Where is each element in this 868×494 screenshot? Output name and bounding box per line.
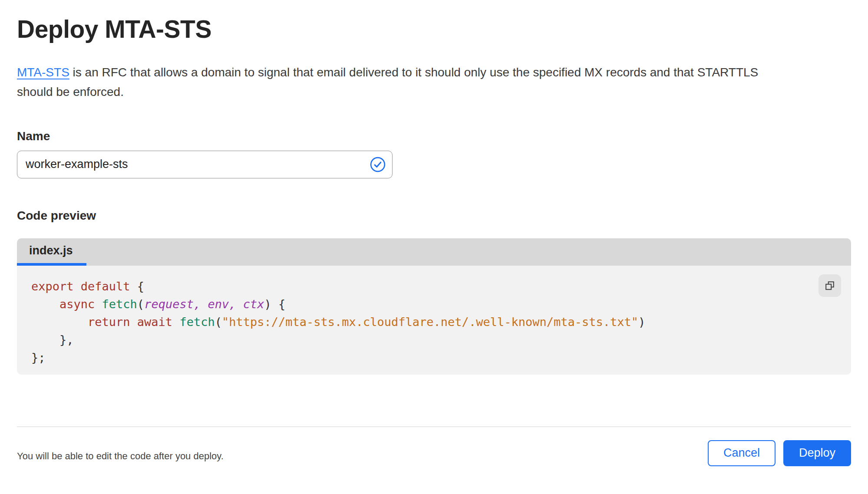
name-input-wrap bbox=[17, 151, 393, 178]
code-line: }; bbox=[31, 349, 851, 366]
code-line: async fetch(request, env, ctx) { bbox=[31, 295, 851, 313]
code-tabbar: index.js bbox=[17, 238, 851, 266]
footer-note: You will be able to edit the code after … bbox=[17, 445, 224, 462]
deploy-mta-sts-page: Deploy MTA-STS MTA-STS is an RFC that al… bbox=[0, 16, 868, 466]
copy-icon bbox=[824, 280, 835, 291]
copy-button[interactable] bbox=[818, 274, 841, 297]
check-circle-icon bbox=[370, 156, 386, 173]
code-content: export default { async fetch(request, en… bbox=[31, 277, 851, 366]
page-title: Deploy MTA-STS bbox=[17, 16, 851, 43]
code-card: index.js export default { async fetch(re… bbox=[17, 238, 851, 375]
footer-actions: Cancel Deploy bbox=[708, 440, 851, 466]
description: MTA-STS is an RFC that allows a domain t… bbox=[17, 63, 851, 102]
code-line: export default { bbox=[31, 277, 851, 295]
code-preview-label: Code preview bbox=[17, 209, 851, 223]
tab-index-js[interactable]: index.js bbox=[17, 238, 86, 266]
mta-sts-link[interactable]: MTA-STS bbox=[17, 66, 69, 79]
code-body: export default { async fetch(request, en… bbox=[17, 266, 851, 375]
description-line1: is an RFC that allows a domain to signal… bbox=[69, 66, 758, 79]
name-label: Name bbox=[17, 129, 851, 143]
code-line: return await fetch("https://mta-sts.mx.c… bbox=[31, 313, 851, 331]
tab-label: index.js bbox=[29, 244, 73, 257]
description-line2: should be enforced. bbox=[17, 85, 124, 99]
cancel-button[interactable]: Cancel bbox=[708, 440, 776, 466]
deploy-button[interactable]: Deploy bbox=[783, 440, 851, 466]
divider bbox=[17, 426, 851, 427]
name-input[interactable] bbox=[17, 151, 393, 178]
footer: You will be able to edit the code after … bbox=[17, 440, 851, 466]
code-line: }, bbox=[31, 331, 851, 349]
